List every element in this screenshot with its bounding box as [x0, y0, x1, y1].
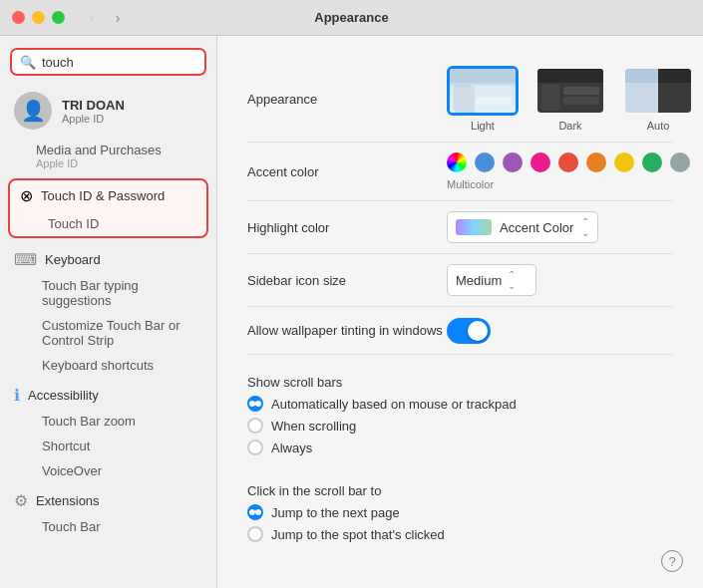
page-title: Appearance — [314, 10, 388, 25]
scroll-bars-section: Show scroll bars Automatically based on … — [247, 355, 673, 463]
sidebar-item-shortcut[interactable]: Shortcut — [0, 434, 216, 458]
scroll-always-radio — [247, 440, 263, 455]
sidebar-item-touch-bar-typing[interactable]: Touch Bar typing suggestions — [0, 273, 216, 313]
search-input[interactable] — [42, 55, 209, 70]
click-spot-label: Jump to the spot that's clicked — [271, 527, 445, 542]
avatar-icon: 👤 — [21, 99, 46, 123]
click-scroll-options: Jump to the next page Jump to the spot t… — [247, 504, 673, 542]
toggle-knob — [468, 321, 488, 341]
click-scroll-title: Click in the scroll bar to — [247, 471, 673, 504]
sidebar-icon-size-arrow: ⌃⌄ — [508, 269, 516, 291]
sidebar-item-touch-id-password[interactable]: ⊗ Touch ID & Password — [10, 180, 206, 211]
appearance-row: Appearance Light — [247, 56, 673, 143]
appearance-thumb-light — [447, 66, 519, 116]
appearance-auto-label: Auto — [647, 120, 670, 132]
accent-multicolor[interactable] — [447, 152, 467, 172]
sidebar-section-keyboard: ⌨ Keyboard — [0, 242, 216, 273]
forward-button[interactable]: › — [107, 7, 129, 29]
scroll-scrolling-option[interactable]: When scrolling — [247, 418, 673, 434]
touch-id-icon: ⊗ — [20, 186, 33, 205]
sidebar-item-media-purchases[interactable]: Media and Purchases Apple ID — [0, 138, 216, 174]
sidebar-item-keyboard-shortcuts[interactable]: Keyboard shortcuts — [0, 353, 216, 378]
keyboard-icon: ⌨ — [14, 250, 37, 269]
minimize-button[interactable] — [32, 11, 45, 24]
accent-color-row: Accent color Multicolor — [247, 143, 673, 201]
keyboard-section-label: Keyboard — [45, 252, 101, 267]
user-section: 👤 TRI DOAN Apple ID — [0, 86, 216, 136]
user-sub: Apple ID — [62, 113, 125, 125]
sidebar-item-touch-bar-ext[interactable]: Touch Bar — [0, 514, 216, 539]
appearance-options: Light Dark — [447, 66, 694, 132]
appearance-option-light[interactable]: Light — [447, 66, 519, 132]
wallpaper-tinting-label: Allow wallpaper tinting in windows — [247, 323, 447, 338]
sidebar-item-customize-touch-bar[interactable]: Customize Touch Bar or Control Strip — [0, 313, 216, 353]
click-nextpage-label: Jump to the next page — [271, 505, 400, 520]
accent-blue[interactable] — [475, 152, 495, 172]
help-button[interactable]: ? — [661, 550, 683, 572]
sidebar-item-touch-bar-zoom[interactable]: Touch Bar zoom — [0, 409, 216, 434]
appearance-option-dark[interactable]: Dark — [534, 66, 606, 132]
accent-pink[interactable] — [530, 152, 550, 172]
appearance-thumb-auto — [622, 66, 694, 116]
highlight-dropdown-arrow: ⌃⌄ — [581, 216, 589, 238]
appearance-light-label: Light — [471, 120, 495, 132]
scroll-always-label: Always — [271, 441, 312, 455]
sidebar-icon-size-row: Sidebar icon size Medium ⌃⌄ — [247, 254, 673, 307]
search-box[interactable]: 🔍 ✕ — [10, 48, 206, 76]
click-spot-option[interactable]: Jump to the spot that's clicked — [247, 526, 673, 542]
content-pane: Appearance Light — [217, 36, 703, 588]
maximize-button[interactable] — [52, 11, 65, 24]
appearance-label: Appearance — [247, 92, 447, 107]
wallpaper-tinting-row: Allow wallpaper tinting in windows — [247, 307, 673, 355]
accent-color-options — [447, 152, 690, 172]
accent-orange[interactable] — [586, 152, 606, 172]
sidebar-item-voiceover[interactable]: VoiceOver — [0, 458, 216, 483]
appearance-dark-label: Dark — [558, 120, 581, 132]
media-purchases-sub: Apple ID — [36, 157, 202, 169]
close-button[interactable] — [12, 11, 25, 24]
wallpaper-tinting-toggle[interactable] — [447, 318, 491, 344]
scroll-auto-radio — [247, 396, 263, 412]
scroll-bars-title: Show scroll bars — [247, 363, 673, 396]
accessibility-icon: ℹ — [14, 386, 20, 405]
appearance-thumb-dark — [534, 66, 606, 116]
accent-color-label: Accent color — [247, 164, 447, 179]
accent-red[interactable] — [558, 152, 578, 172]
highlight-color-row: Highlight color Accent Color ⌃⌄ — [247, 201, 673, 254]
back-button[interactable]: ‹ — [81, 7, 103, 29]
click-scroll-section: Click in the scroll bar to Jump to the n… — [247, 463, 673, 550]
accent-sub-label: Multicolor — [447, 178, 690, 190]
highlight-swatch — [456, 219, 492, 235]
touch-id-password-label: Touch ID & Password — [41, 188, 165, 203]
nav-buttons: ‹ › — [81, 7, 129, 29]
sidebar-item-touch-id[interactable]: Touch ID — [10, 211, 206, 236]
accent-graphite[interactable] — [670, 152, 690, 172]
sidebar-icon-size-content: Medium ⌃⌄ — [447, 264, 673, 296]
user-name: TRI DOAN — [62, 98, 125, 113]
click-spot-radio — [247, 526, 263, 542]
scroll-scrolling-radio — [247, 418, 263, 434]
highlight-color-dropdown[interactable]: Accent Color ⌃⌄ — [447, 211, 598, 243]
avatar: 👤 — [14, 92, 52, 130]
accent-yellow[interactable] — [614, 152, 634, 172]
scroll-auto-label: Automatically based on mouse or trackpad — [271, 397, 517, 412]
window-controls — [12, 11, 65, 24]
sidebar: 🔍 ✕ 👤 TRI DOAN Apple ID Media and Purcha… — [0, 36, 217, 588]
appearance-option-auto[interactable]: Auto — [622, 66, 694, 132]
sidebar-icon-size-label: Sidebar icon size — [247, 273, 447, 288]
scroll-bars-options: Automatically based on mouse or trackpad… — [247, 396, 673, 455]
main-layout: 🔍 ✕ 👤 TRI DOAN Apple ID Media and Purcha… — [0, 36, 703, 588]
highlight-color-value: Accent Color — [500, 220, 573, 235]
media-purchases-label: Media and Purchases — [36, 143, 202, 157]
title-bar: ‹ › Appearance — [0, 0, 703, 36]
accent-purple[interactable] — [503, 152, 523, 172]
click-nextpage-option[interactable]: Jump to the next page — [247, 504, 673, 520]
scroll-always-option[interactable]: Always — [247, 440, 673, 455]
sidebar-icon-size-dropdown[interactable]: Medium ⌃⌄ — [447, 264, 536, 296]
sidebar-section-accessibility: ℹ Accessibility — [0, 378, 216, 409]
extensions-icon: ⚙ — [14, 491, 28, 510]
user-info: TRI DOAN Apple ID — [62, 98, 125, 125]
accent-green[interactable] — [642, 152, 662, 172]
scroll-auto-option[interactable]: Automatically based on mouse or trackpad — [247, 396, 673, 412]
highlight-color-label: Highlight color — [247, 220, 447, 235]
